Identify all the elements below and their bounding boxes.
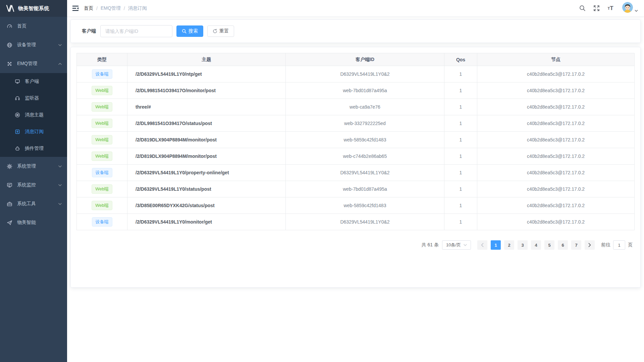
sidebar-item-system-monitor[interactable]: 系统监控 <box>0 176 67 194</box>
breadcrumb-separator: / <box>96 6 98 11</box>
client-id-cell: web-3327922225ed <box>286 115 444 132</box>
page-number-button[interactable]: 4 <box>531 240 541 250</box>
sidebar-item-emq-mgmt[interactable]: EMQ管理 <box>0 54 67 73</box>
search-icon <box>182 29 186 34</box>
sidebar-item-client[interactable]: 客户端 <box>0 73 67 90</box>
page-jumper-input[interactable] <box>613 240 625 250</box>
table-row: Web端/2/DL9981541O39417O/status/postweb-3… <box>77 115 635 132</box>
breadcrumb: 首页 / EMQ管理 / 消息订阅 <box>84 5 147 11</box>
column-header-type: 类型 <box>77 53 127 66</box>
client-id-cell: web-5859c42fd1483 <box>286 132 444 148</box>
node-cell: c40b2d8ea5c3@172.17.0.2 <box>477 66 635 82</box>
node-cell: c40b2d8ea5c3@172.17.0.2 <box>477 82 635 99</box>
plugin-icon <box>15 146 20 151</box>
type-cell: 设备端 <box>77 165 127 181</box>
page-number-button[interactable]: 1 <box>491 240 501 250</box>
qos-cell: 1 <box>444 132 477 148</box>
page-number-button[interactable]: 2 <box>504 240 514 250</box>
table-row: Web端/2/D819DLX904P8894M/monitor/postweb-… <box>77 148 635 165</box>
chevron-right-icon <box>588 243 591 247</box>
table-row: 设备端/2/D6329VL54419L1Y0/ntp/getD6329VL544… <box>77 66 635 82</box>
client-id-label: 客户端 <box>82 28 96 34</box>
table-row: Web端/2/D819DLX904P8894M/monitor/postweb-… <box>77 132 635 148</box>
topic-cell: /2/D819DLX904P8894M/monitor/post <box>127 132 286 148</box>
topic-hash-circle-icon <box>15 112 20 118</box>
topic-cell: /2/D819DLX904P8894M/monitor/post <box>127 148 286 165</box>
type-cell: 设备端 <box>77 66 127 82</box>
user-avatar <box>622 2 633 13</box>
jumper-prefix-label: 前往 <box>601 242 610 248</box>
breadcrumb-item-emq: EMQ管理 <box>101 5 121 11</box>
app-title: 物美智能系统 <box>18 5 49 12</box>
sidebar-item-device-mgmt[interactable]: 设备管理 <box>0 36 67 54</box>
type-cell: Web端 <box>77 148 127 165</box>
qos-cell: 1 <box>444 214 477 230</box>
type-tag: Web端 <box>92 152 112 161</box>
monitor-chart-icon <box>7 182 12 188</box>
sidebar-collapse-button[interactable] <box>67 0 84 17</box>
node-cell: c40b2d8ea5c3@172.17.0.2 <box>477 214 635 230</box>
table-row: 设备端/2/D6329VL54419L1Y0/monitor/getD6329V… <box>77 214 635 230</box>
type-tag: Web端 <box>92 102 112 112</box>
page-number-button[interactable]: 6 <box>558 240 568 250</box>
type-cell: Web端 <box>77 181 127 197</box>
qos-cell: 1 <box>444 197 477 214</box>
topic-cell: three/# <box>127 99 286 115</box>
page-number-button[interactable]: 5 <box>544 240 554 250</box>
reset-button[interactable]: 重置 <box>207 25 234 37</box>
type-tag: Web端 <box>92 184 112 194</box>
breadcrumb-separator: / <box>124 6 125 11</box>
font-size-icon: T <box>607 6 610 10</box>
table-row: 设备端/2/D6329VL54419L1Y0/property-online/g… <box>77 165 635 181</box>
client-id-cell: D6329VL54419L1Y0&2 <box>286 165 444 181</box>
topic-cell: /3/D85E00R65DYXK42G/status/post <box>127 197 286 214</box>
client-id-cell: D6329VL54419L1Y0&2 <box>286 214 444 230</box>
qos-cell: 1 <box>444 165 477 181</box>
prev-page-button[interactable] <box>477 240 487 250</box>
sidebar-item-message-subscribe[interactable]: 消息订阅 <box>0 123 67 140</box>
next-page-button[interactable] <box>585 240 595 250</box>
chevron-down-icon <box>58 44 62 46</box>
topic-cell: /2/D6329VL54419L1Y0/monitor/get <box>127 214 286 230</box>
topic-cell: /2/DL9981541O39417O/monitor/post <box>127 82 286 99</box>
pagination: 共 61 条 10条/页 1234567 前往 页 <box>76 240 635 250</box>
sidebar-item-home[interactable]: 首页 <box>0 17 67 36</box>
font-size-button[interactable]: TT <box>605 0 616 17</box>
table-header-row: 类型 主题 客户端ID Qos 节点 <box>77 53 635 66</box>
search-button[interactable]: 搜索 <box>176 25 203 37</box>
topbar: 首页 / EMQ管理 / 消息订阅 <box>67 0 644 17</box>
qos-cell: 1 <box>444 115 477 132</box>
client-id-cell: web-5859c42fd1483 <box>286 197 444 214</box>
sidebar-item-system-tools[interactable]: 系统工具 <box>0 194 67 213</box>
node-cell: c40b2d8ea5c3@172.17.0.2 <box>477 181 635 197</box>
table-row: Web端/2/D6329VL54419L1Y0/status/postweb-7… <box>77 181 635 197</box>
chevron-left-icon <box>481 243 484 247</box>
user-menu[interactable] <box>622 2 638 14</box>
node-cell: c40b2d8ea5c3@172.17.0.2 <box>477 197 635 214</box>
fullscreen-icon <box>593 5 600 11</box>
search-form: 客户端 搜索 重置 <box>70 19 641 43</box>
type-tag: 设备端 <box>92 168 112 177</box>
logo-icon <box>6 5 15 12</box>
fullscreen-button[interactable] <box>591 0 602 17</box>
gear-icon <box>7 164 12 169</box>
type-cell: Web端 <box>77 82 127 99</box>
sidebar-item-system-mgmt[interactable]: 系统管理 <box>0 157 67 176</box>
client-id-input[interactable] <box>100 25 172 37</box>
page-size-select[interactable]: 10条/页 <box>442 240 471 250</box>
header-search-button[interactable] <box>577 0 588 17</box>
column-header-node: 节点 <box>477 53 635 66</box>
page-number-button[interactable]: 7 <box>571 240 581 250</box>
client-id-cell: web-c744b2e86ab65 <box>286 148 444 165</box>
type-tag: Web端 <box>92 86 112 95</box>
topic-cell: /2/DL9981541O39417O/status/post <box>127 115 286 132</box>
node-cell: c40b2d8ea5c3@172.17.0.2 <box>477 115 635 132</box>
sidebar-item-message-topic[interactable]: 消息主题 <box>0 107 67 123</box>
app-root: 物美智能系统 首页 设备管理 EMQ管理 <box>0 0 644 362</box>
sidebar-item-listener[interactable]: 监听器 <box>0 90 67 107</box>
page-number-button[interactable]: 3 <box>518 240 528 250</box>
sidebar-item-plugin-mgmt[interactable]: 插件管理 <box>0 140 67 157</box>
breadcrumb-item-home[interactable]: 首页 <box>84 5 93 11</box>
sidebar-item-wumei-smart[interactable]: 物美智能 <box>0 213 67 232</box>
qos-cell: 1 <box>444 99 477 115</box>
